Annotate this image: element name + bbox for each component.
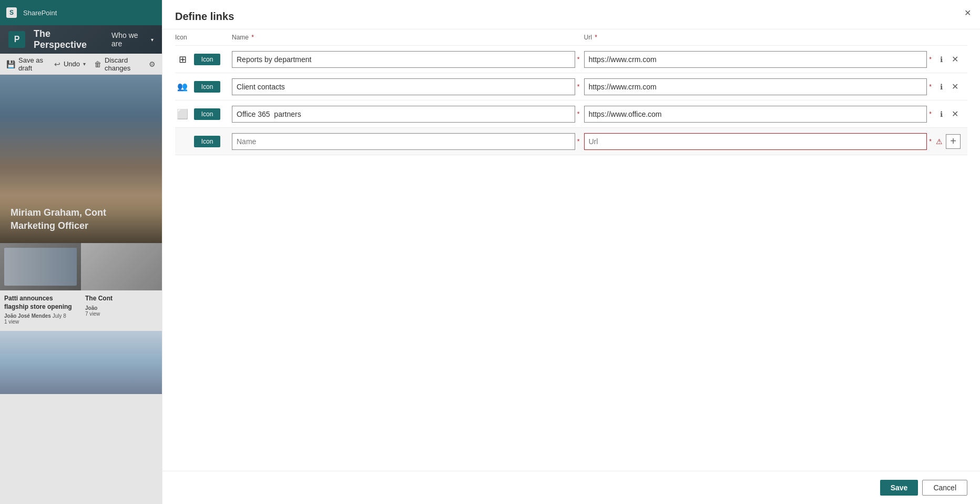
- gear-icon: ⚙: [149, 60, 156, 68]
- add-row-icon[interactable]: +: [946, 134, 961, 149]
- row-3-delete-icon[interactable]: ✕: [950, 109, 960, 119]
- drone-image: [0, 331, 162, 394]
- table-row: ⊞ Icon * * ℹ ✕: [175, 46, 967, 73]
- row-1-name-input[interactable]: [232, 51, 575, 68]
- row-1-delete-icon[interactable]: ✕: [950, 54, 960, 65]
- hero-text-2: Marketing Officer: [11, 219, 151, 233]
- table-row: ⬜ Icon * * ℹ ✕: [175, 100, 967, 128]
- row-3-url-cell: *: [584, 106, 932, 123]
- col-header-name: Name *: [232, 34, 580, 41]
- row-2-url-star: *: [929, 83, 932, 90]
- undo-icon: ↩: [54, 60, 60, 68]
- row-3-icon: ⬜: [175, 107, 190, 122]
- new-row-url-cell: *: [584, 133, 932, 150]
- new-row-name-star: *: [577, 138, 580, 145]
- news-card-2-title: The Cont: [85, 295, 158, 303]
- url-required-star: *: [595, 34, 597, 41]
- new-row-name-input[interactable]: [232, 133, 575, 150]
- news-grid: Patti announces flagship store opening J…: [0, 243, 162, 329]
- table-header: Icon Name * Url *: [175, 29, 967, 46]
- table-row: 👥 Icon * * ℹ ✕: [175, 73, 967, 100]
- news-card-1-views: 1 view: [4, 319, 77, 325]
- row-1-info-icon[interactable]: ℹ: [936, 54, 946, 65]
- row-2-url-input[interactable]: [584, 78, 927, 95]
- row-3-icon-button[interactable]: Icon: [194, 108, 220, 120]
- hero-text-1: Miriam Graham, Cont: [11, 206, 151, 219]
- col-header-url: Url *: [584, 34, 932, 41]
- col-header-icon: Icon: [175, 34, 228, 41]
- sharepoint-header: S SharePoint: [0, 0, 162, 25]
- cancel-button[interactable]: Cancel: [922, 480, 967, 496]
- row-3-info-icon[interactable]: ℹ: [936, 109, 946, 119]
- new-row-actions: ⚠ +: [936, 134, 967, 149]
- new-row-url-input[interactable]: [584, 133, 927, 150]
- sp-toolbar: 💾 Save as draft ↩ Undo ▾ 🗑 Discard chang…: [0, 54, 162, 75]
- close-icon: ✕: [964, 8, 971, 18]
- row-3-url-input[interactable]: [584, 106, 927, 123]
- nav-who-we-are[interactable]: Who we are ▾: [111, 31, 154, 48]
- save-draft-btn[interactable]: 💾 Save as draft: [6, 56, 46, 72]
- site-name: The Perspective: [34, 28, 103, 51]
- undo-btn[interactable]: ↩ Undo ▾: [54, 60, 86, 68]
- panel-close-button[interactable]: ✕: [959, 4, 976, 21]
- row-1-url-input[interactable]: [584, 51, 927, 68]
- row-1-icon-button[interactable]: Icon: [194, 54, 220, 65]
- row-1-actions: ℹ ✕: [936, 54, 967, 65]
- row-1-name-star: *: [577, 56, 580, 63]
- row-2-name-star: *: [577, 83, 580, 90]
- row-1-icon: ⊞: [175, 52, 190, 67]
- row-2-icon-cell: 👥 Icon: [175, 79, 228, 94]
- news-card-2-image: [81, 243, 162, 290]
- row-2-icon-button[interactable]: Icon: [194, 81, 220, 93]
- left-panel: S SharePoint P The Perspective Who we ar…: [0, 0, 162, 504]
- site-header: P The Perspective Who we are ▾: [0, 25, 162, 54]
- row-2-name-input[interactable]: [232, 78, 575, 95]
- row-1-name-cell: *: [232, 51, 580, 68]
- new-row-icon-cell: Icon: [175, 134, 228, 149]
- row-3-actions: ℹ ✕: [936, 109, 967, 119]
- row-3-name-input[interactable]: [232, 106, 575, 123]
- save-button[interactable]: Save: [880, 480, 918, 496]
- dialog-title: Define links: [175, 11, 234, 23]
- define-links-panel: ✕ Define links Icon Name * Url *: [162, 0, 980, 504]
- col-header-actions: [936, 34, 967, 41]
- news-card-1-title: Patti announces flagship store opening: [4, 295, 77, 311]
- news-card-1-image: [0, 243, 81, 290]
- row-2-actions: ℹ ✕: [936, 82, 967, 92]
- app-name: SharePoint: [23, 9, 57, 17]
- row-1-url-cell: *: [584, 51, 932, 68]
- news-card-2-body: The Cont João 7 view: [81, 290, 162, 321]
- sharepoint-logo: S: [6, 7, 17, 18]
- news-card-1-body: Patti announces flagship store opening J…: [0, 290, 81, 329]
- site-logo: P: [8, 31, 25, 48]
- discard-btn[interactable]: 🗑 Discard changes: [94, 56, 140, 72]
- hero-image: Miriam Graham, Cont Marketing Officer: [0, 75, 162, 243]
- error-icon: ⚠: [936, 137, 943, 146]
- news-section: Patti announces flagship store opening J…: [0, 243, 162, 329]
- row-1-icon-cell: ⊞ Icon: [175, 52, 228, 67]
- row-2-url-cell: *: [584, 78, 932, 95]
- new-row: Icon * * ⚠ +: [175, 128, 967, 155]
- settings-btn[interactable]: ⚙: [149, 60, 156, 68]
- news-card-2[interactable]: The Cont João 7 view: [81, 243, 162, 329]
- news-card-1[interactable]: Patti announces flagship store opening J…: [0, 243, 81, 329]
- row-2-name-cell: *: [232, 78, 580, 95]
- row-2-delete-icon[interactable]: ✕: [950, 82, 960, 92]
- new-row-name-cell: *: [232, 133, 580, 150]
- links-table: Icon Name * Url * ⊞ Icon: [162, 29, 980, 471]
- row-3-url-star: *: [929, 110, 932, 118]
- row-3-icon-cell: ⬜ Icon: [175, 107, 228, 122]
- undo-chevron-icon: ▾: [83, 61, 86, 67]
- hero-overlay: Miriam Graham, Cont Marketing Officer: [0, 196, 162, 243]
- new-row-icon: [175, 134, 190, 149]
- news-card-2-views: 7 view: [85, 311, 158, 317]
- row-1-url-star: *: [929, 56, 932, 63]
- new-row-icon-button[interactable]: Icon: [194, 136, 220, 147]
- news-card-2-meta: João: [85, 305, 158, 311]
- discard-icon: 🗑: [94, 60, 101, 68]
- row-2-info-icon[interactable]: ℹ: [936, 82, 946, 92]
- dialog-footer: Save Cancel: [162, 471, 980, 504]
- new-row-url-star: *: [929, 138, 932, 145]
- save-draft-icon: 💾: [6, 60, 15, 68]
- dialog-header: Define links: [162, 0, 980, 29]
